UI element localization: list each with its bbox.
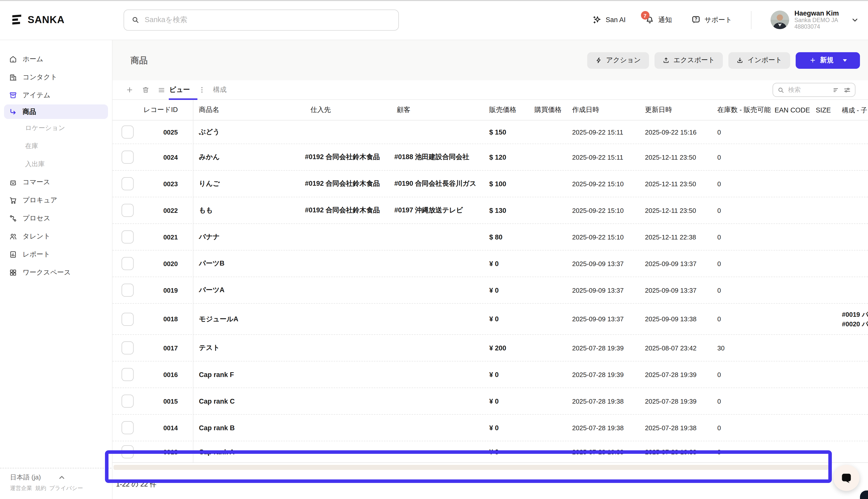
sidebar-item-items[interactable]: アイテム <box>0 86 112 105</box>
record-id-cell: 0021 <box>134 233 178 241</box>
sidebar-item-contacts[interactable]: コンタクト <box>0 68 112 86</box>
table-row[interactable]: 0013 Cap rank A ¥ 0 2025-07-28 19:38 202… <box>112 441 868 463</box>
row-checkbox[interactable] <box>122 368 134 381</box>
tune-icon[interactable] <box>843 86 851 94</box>
link-privacy[interactable]: プライバシー <box>49 485 83 492</box>
row-checkbox[interactable] <box>122 341 134 354</box>
link-terms[interactable]: 規約 <box>35 485 46 492</box>
table-row[interactable]: 0018 モジュールA ¥ 0 2025-09-09 13:37 2025-09… <box>112 304 868 335</box>
more-options-icon[interactable] <box>198 86 206 94</box>
customer-cell[interactable]: #0190 合同会社長谷川ガス <box>391 179 487 188</box>
chevron-down-icon[interactable] <box>851 16 859 24</box>
sidebar-item-workspace[interactable]: ワークスペース <box>0 264 112 282</box>
table-search-input[interactable]: 検索 <box>773 83 855 97</box>
row-checkbox[interactable] <box>122 445 134 458</box>
row-checkbox[interactable] <box>122 421 134 434</box>
table-row[interactable]: 0020 パーツB ¥ 0 2025-09-09 13:37 2025-09-0… <box>112 251 868 277</box>
product-name-cell[interactable]: みかん <box>193 153 305 162</box>
column-header-ean[interactable]: EAN CODE <box>774 106 816 114</box>
new-button[interactable]: 新規 <box>796 52 860 69</box>
column-header-customer[interactable]: 顧客 <box>391 106 487 114</box>
customer-cell[interactable]: #0197 沖縄放送テレビ <box>391 206 487 215</box>
page-title: 商品 <box>131 54 148 66</box>
stock-cell: 30 <box>715 344 774 352</box>
filter-icon[interactable] <box>832 86 840 94</box>
supplier-cell[interactable]: #0192 合同会社鈴木食品 <box>305 179 391 188</box>
sidebar-item-process[interactable]: プロセス <box>0 209 112 228</box>
notifications-button[interactable]: 7 通知 <box>645 15 672 25</box>
sidebar-item-commerce[interactable]: コマース <box>0 173 112 191</box>
row-checkbox[interactable] <box>122 230 134 243</box>
customer-cell[interactable]: #0188 池田建設合同会社 <box>391 153 487 162</box>
product-name-cell[interactable]: パーツB <box>193 259 305 268</box>
action-button[interactable]: アクション <box>587 52 649 69</box>
column-header-components[interactable]: 構成 - 子 <box>840 105 868 115</box>
product-name-cell[interactable]: パーツA <box>193 285 305 295</box>
table-row[interactable]: 0025 ぶどう $ 150 2025-09-22 15:11 2025-09-… <box>112 121 868 144</box>
sidebar-item-talent[interactable]: タレント <box>0 228 112 245</box>
column-header-purchase-price[interactable]: 購買価格 <box>534 106 570 114</box>
san-ai-button[interactable]: San AI <box>592 15 626 25</box>
trash-button[interactable] <box>142 86 150 94</box>
chat-widget-button[interactable] <box>833 465 859 491</box>
row-checkbox[interactable] <box>122 313 134 326</box>
product-name-cell[interactable]: Cap rank B <box>193 424 305 431</box>
product-name-cell[interactable]: テスト <box>193 343 305 352</box>
table-row[interactable]: 0022 もも #0192 合同会社鈴木食品 #0197 沖縄放送テレビ $ 1… <box>112 197 868 224</box>
product-name-cell[interactable]: Cap rank A <box>193 448 305 455</box>
sidebar-item-procure[interactable]: プロキュア <box>0 191 112 209</box>
table-row[interactable]: 0014 Cap rank B ¥ 0 2025-07-28 19:38 202… <box>112 415 868 441</box>
import-button[interactable]: インポート <box>728 52 790 69</box>
tab-view[interactable]: ビュー <box>158 85 190 94</box>
supplier-cell[interactable]: #0192 合同会社鈴木食品 <box>305 206 391 215</box>
row-checkbox[interactable] <box>122 204 134 217</box>
row-checkbox[interactable] <box>122 150 134 164</box>
product-name-cell[interactable]: もも <box>193 206 305 215</box>
table-row[interactable]: 0019 パーツA ¥ 0 2025-09-09 13:37 2025-09-0… <box>112 277 868 304</box>
table-row[interactable]: 0016 Cap rank F ¥ 0 2025-07-28 19:39 202… <box>112 362 868 388</box>
column-header-updated-at[interactable]: 更新日時 <box>642 106 715 114</box>
sidebar-item-inventory[interactable]: 在庫 <box>0 137 112 155</box>
link-company[interactable]: 運営企業 <box>10 485 32 492</box>
column-header-sale-price[interactable]: 販売価格 <box>487 106 534 114</box>
tab-config[interactable]: 構成 <box>213 85 227 94</box>
chevron-up-icon <box>58 473 66 482</box>
row-checkbox[interactable] <box>122 177 134 190</box>
product-name-cell[interactable]: Cap rank F <box>193 371 305 378</box>
row-checkbox[interactable] <box>122 125 134 138</box>
column-header-product-name[interactable]: 商品名 <box>193 106 305 114</box>
row-checkbox[interactable] <box>122 284 134 297</box>
sanka-logo[interactable]: SANKA <box>11 13 111 26</box>
add-view-button[interactable] <box>125 86 134 94</box>
column-header-size[interactable]: SIZE <box>816 106 840 114</box>
supplier-cell[interactable]: #0192 合同会社鈴木食品 <box>305 153 391 162</box>
components-cell[interactable]: #0019 パーツA#0020 パーツB <box>840 309 868 329</box>
product-name-cell[interactable]: Cap rank C <box>193 397 305 405</box>
table-row[interactable]: 0021 バナナ $ 80 2025-09-22 15:10 2025-12-1… <box>112 224 868 251</box>
sidebar-item-label: レポート <box>23 250 50 259</box>
column-header-stock[interactable]: 在庫数 - 販売可能 <box>715 106 774 114</box>
sidebar-item-products[interactable]: 商品 <box>4 105 108 119</box>
column-header-supplier[interactable]: 仕入先 <box>305 106 391 114</box>
column-header-created-at[interactable]: 作成日時 <box>570 106 642 114</box>
column-header-record-id[interactable]: レコードID <box>112 106 178 114</box>
language-selector[interactable]: 日本語 (ja) <box>10 473 111 482</box>
product-name-cell[interactable]: モジュールA <box>193 315 305 324</box>
table-row[interactable]: 0024 みかん #0192 合同会社鈴木食品 #0188 池田建設合同会社 $… <box>112 144 868 171</box>
sidebar-item-home[interactable]: ホーム <box>0 50 112 68</box>
sidebar-item-reports[interactable]: レポート <box>0 245 112 264</box>
row-checkbox[interactable] <box>122 394 134 407</box>
product-name-cell[interactable]: ぶどう <box>193 127 305 136</box>
user-menu[interactable]: Haegwan Kim Sanka DEMO JA 48803074 <box>771 9 859 31</box>
table-row[interactable]: 0017 テスト ¥ 200 2025-07-28 19:39 2025-08-… <box>112 335 868 362</box>
sidebar-item-locations[interactable]: ロケーション <box>0 119 112 137</box>
sidebar-item-in-out[interactable]: 入出庫 <box>0 155 112 173</box>
table-row[interactable]: 0023 りんご #0192 合同会社鈴木食品 #0190 合同会社長谷川ガス … <box>112 171 868 197</box>
table-row[interactable]: 0015 Cap rank C ¥ 0 2025-07-28 19:38 202… <box>112 388 868 415</box>
product-name-cell[interactable]: バナナ <box>193 232 305 242</box>
support-button[interactable]: サポート <box>691 15 732 25</box>
row-checkbox[interactable] <box>122 257 134 270</box>
product-name-cell[interactable]: りんご <box>193 179 305 188</box>
global-search-input[interactable]: Sankaを検索 <box>123 9 399 31</box>
export-button[interactable]: エクスポート <box>654 52 723 69</box>
